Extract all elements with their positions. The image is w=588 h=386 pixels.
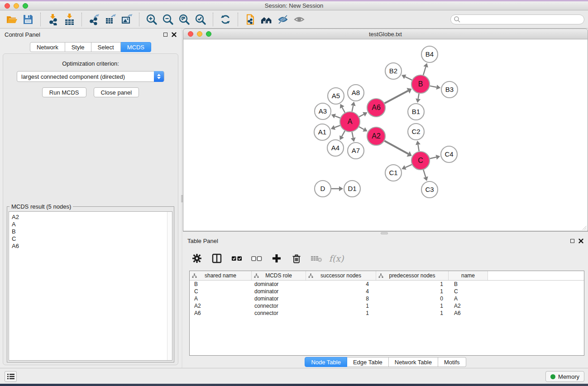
mcds-result-list[interactable]: A2ABCA6 <box>9 211 172 361</box>
float-panel-icon[interactable] <box>163 33 167 37</box>
network-window-titlebar[interactable]: testGlobe.txt <box>183 29 588 39</box>
graph-edge-A-A6[interactable] <box>359 114 363 117</box>
graph-edge-B-B1[interactable] <box>418 94 419 99</box>
export-table-button[interactable] <box>102 11 119 28</box>
close-panel-button[interactable]: Close panel <box>94 87 139 97</box>
run-mcds-button[interactable]: Run MCDS <box>42 87 86 97</box>
table-row[interactable]: A6connector11A6 <box>190 310 584 317</box>
table-cell[interactable]: A6 <box>449 310 488 316</box>
table-cell[interactable]: 4 <box>306 281 376 287</box>
graph-edge-A-A1[interactable] <box>335 125 340 128</box>
table-cell[interactable]: C <box>449 288 488 295</box>
tab-motifs[interactable]: Motifs <box>438 357 466 367</box>
result-item[interactable]: A2 <box>12 214 172 221</box>
graph-edge-A6-B[interactable] <box>385 91 408 104</box>
graph-edge-A-A5[interactable] <box>342 107 345 112</box>
graph-edge-A-A7[interactable] <box>352 132 354 138</box>
result-item[interactable]: B <box>12 228 172 235</box>
graph-edge-B-B2[interactable] <box>405 77 412 80</box>
table-cell[interactable]: A <box>190 295 252 302</box>
delete-column-button[interactable] <box>290 252 303 265</box>
graph-edge-A-A4[interactable] <box>342 131 345 136</box>
show-hide-button[interactable] <box>291 11 307 28</box>
column-header-successor-nodes[interactable]: successor nodes <box>306 271 376 280</box>
table-cell[interactable]: 4 <box>306 288 376 295</box>
tab-network-table[interactable]: Network Table <box>389 357 438 367</box>
table-cell[interactable]: 0 <box>376 295 449 302</box>
refresh-button[interactable] <box>217 11 234 28</box>
graph-edge-B-B4[interactable] <box>423 67 425 75</box>
table-cell[interactable]: 1 <box>376 310 449 316</box>
table-row[interactable]: Bdominator41B <box>190 281 584 288</box>
result-item[interactable]: A6 <box>12 243 172 250</box>
table-row[interactable]: Cdominator41C <box>190 288 584 295</box>
table-cell[interactable]: connector <box>252 310 306 316</box>
graph-edge-A-A3[interactable] <box>335 116 340 118</box>
node-table[interactable]: shared name MCDS role <box>189 271 584 356</box>
table-cell[interactable]: dominator <box>252 281 306 287</box>
table-cell[interactable]: A2 <box>449 303 488 309</box>
table-cell[interactable]: 1 <box>306 310 376 316</box>
import-network-button[interactable] <box>45 11 61 28</box>
table-cell[interactable]: connector <box>252 303 306 309</box>
table-row[interactable]: A2connector11A2 <box>190 302 584 310</box>
zoom-selected-button[interactable] <box>192 11 209 28</box>
column-header-predecessor-nodes[interactable]: predecessor nodes <box>376 271 449 280</box>
result-item[interactable]: A <box>12 221 172 228</box>
table-cell[interactable]: 1 <box>376 281 449 287</box>
horizontal-splitter-handle[interactable] <box>381 232 388 234</box>
table-cell[interactable]: 1 <box>376 288 449 295</box>
zoom-fit-button[interactable] <box>176 11 192 28</box>
tab-style[interactable]: Style <box>65 42 91 52</box>
task-history-button[interactable] <box>5 371 17 382</box>
deselect-all-button[interactable] <box>250 252 263 265</box>
table-cell[interactable]: A2 <box>190 303 252 309</box>
table-cell[interactable]: A6 <box>190 310 252 316</box>
table-cell[interactable]: 1 <box>306 303 376 309</box>
open-session-button[interactable] <box>4 11 20 28</box>
add-column-button[interactable] <box>270 252 283 265</box>
graph-edge-B-B3[interactable] <box>430 86 437 87</box>
column-selector-button[interactable] <box>210 252 224 265</box>
graph-edge-C-C2[interactable] <box>418 145 419 152</box>
graph-edge-A-A8[interactable] <box>352 105 354 111</box>
export-image-button[interactable] <box>119 11 135 28</box>
table-cell[interactable]: dominator <box>252 295 306 302</box>
table-cell[interactable]: dominator <box>252 288 306 295</box>
network-graph[interactable]: B4B2BB3A5A8A6A3B1AA1C2A2A4A7CC4C1C3DD1 <box>183 39 588 231</box>
table-cell[interactable]: A <box>449 295 488 302</box>
column-header-mcds-role[interactable]: MCDS role <box>252 271 306 280</box>
delete-table-button[interactable] <box>310 252 323 265</box>
tab-mcds[interactable]: MCDS <box>121 42 151 52</box>
graph-edge-C-C1[interactable] <box>405 165 411 167</box>
table-cell[interactable]: C <box>190 288 252 295</box>
clone-network-button[interactable] <box>242 11 258 28</box>
table-cell[interactable]: 8 <box>306 295 376 302</box>
network-canvas[interactable]: B4B2BB3A5A8A6A3B1AA1C2A2A4A7CC4C1C3DD1 <box>183 39 588 231</box>
column-header-shared-name[interactable]: shared name <box>190 271 252 280</box>
table-cell[interactable]: 1 <box>376 303 449 309</box>
select-all-button[interactable] <box>230 252 244 265</box>
vizmapper-button[interactable] <box>275 11 291 28</box>
column-header-name[interactable]: name <box>449 271 488 280</box>
tab-select[interactable]: Select <box>91 42 121 52</box>
save-session-button[interactable] <box>20 11 36 28</box>
float-table-panel-icon[interactable] <box>570 239 574 243</box>
import-table-button[interactable] <box>61 11 77 28</box>
tab-edge-table[interactable]: Edge Table <box>347 357 389 367</box>
resize-grip-icon[interactable] <box>582 225 587 230</box>
table-row[interactable]: Adominator80A <box>190 295 584 302</box>
export-network-button[interactable] <box>86 11 102 28</box>
tab-node-table[interactable]: Node Table <box>305 357 347 367</box>
search-input[interactable] <box>450 14 584 24</box>
table-cell[interactable]: B <box>190 281 252 287</box>
tab-network[interactable]: Network <box>30 42 65 52</box>
table-cell[interactable]: B <box>449 281 488 287</box>
graph-edge-A-A2[interactable] <box>359 127 364 129</box>
optimization-criterion-dropdown[interactable]: largest connected component (directed) <box>17 71 164 82</box>
result-item[interactable]: C <box>12 235 172 243</box>
result-scrollbar[interactable] <box>167 212 172 360</box>
graph-edge-C-C4[interactable] <box>430 157 436 158</box>
home-button[interactable] <box>258 11 275 28</box>
memory-button[interactable]: Memory <box>545 371 584 382</box>
